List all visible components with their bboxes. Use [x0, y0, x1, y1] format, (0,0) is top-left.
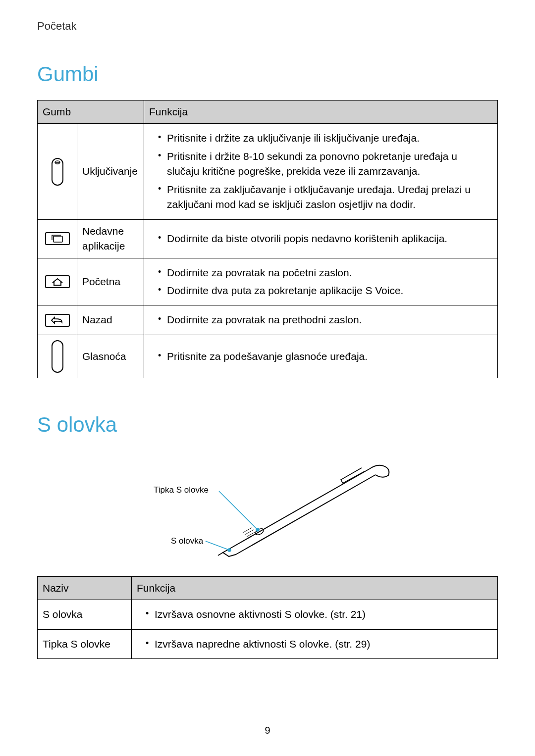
list-item: Pritisnite za zaključavanje i otključava…: [158, 182, 492, 212]
list-item: Pritisnite za podešavanje glasnoće uređa…: [158, 349, 492, 364]
th-funkcija2: Funkcija: [132, 576, 498, 600]
svg-line-9: [236, 475, 375, 554]
row-label: Početna: [77, 258, 144, 305]
section-header: Početak: [37, 20, 498, 33]
table-solovka: Naziv Funkcija S olovka Izvršava osnovne…: [37, 576, 498, 659]
th-gumb: Gumb: [38, 101, 144, 124]
table-row: Nedavne aplikacije Dodirnite da biste ot…: [38, 219, 498, 258]
list-item: Dodirnite da biste otvorili popis nedavn…: [158, 231, 492, 246]
th-naziv: Naziv: [38, 576, 132, 600]
svg-point-18: [228, 549, 231, 552]
page-number: 9: [0, 725, 535, 736]
svg-rect-6: [46, 314, 69, 326]
icon-cell: [38, 219, 77, 258]
svg-line-8: [230, 469, 370, 549]
row-func: Izvršava napredne aktivnosti S olovke. (…: [132, 629, 498, 658]
table-row: Glasnoća Pritisnite za podešavanje glasn…: [38, 335, 498, 378]
heading-solovka: S olovka: [37, 413, 498, 437]
table-row: Uključivanje Pritisnite i držite za uklj…: [38, 124, 498, 219]
row-label: Glasnoća: [77, 335, 144, 378]
power-button-icon: [51, 157, 64, 187]
svg-rect-4: [54, 236, 62, 242]
row-func: Dodirnite da biste otvorili popis nedavn…: [144, 219, 498, 258]
svg-line-10: [218, 553, 223, 555]
svg-rect-7: [52, 341, 63, 372]
list-item: Izvršava napredne aktivnosti S olovke. (…: [146, 637, 492, 652]
table-row: Početna Dodirnite za povratak na početni…: [38, 258, 498, 305]
svg-rect-5: [46, 276, 69, 288]
list-item: Dodirnite za povratak na prethodni zaslo…: [158, 312, 492, 327]
home-icon: [45, 275, 70, 289]
table-gumbi: Gumb Funkcija Uključivanje Pritisnite i …: [37, 100, 498, 378]
row-func: Pritisnite i držite za uključivanje ili …: [144, 124, 498, 219]
svg-point-16: [256, 528, 259, 531]
svg-line-12: [243, 528, 252, 533]
s-pen-diagram: Tipka S olovke S olovka: [94, 451, 441, 564]
icon-cell: [38, 124, 77, 219]
diagram-label-button: Tipka S olovke: [154, 485, 209, 495]
svg-line-13: [245, 530, 254, 535]
th-funkcija: Funkcija: [144, 101, 498, 124]
list-item: Dodirnite za povratak na početni zaslon.: [158, 265, 492, 280]
row-name: Tipka S olovke: [38, 629, 132, 658]
row-func: Pritisnite za podešavanje glasnoće uređa…: [144, 335, 498, 378]
svg-line-17: [206, 541, 229, 550]
icon-cell: [38, 305, 77, 335]
list-item: Dodirnite dva puta za pokretanje aplikac…: [158, 283, 492, 298]
svg-line-15: [219, 491, 258, 530]
table-row: Tipka S olovke Izvršava napredne aktivno…: [38, 629, 498, 658]
row-func: Dodirnite za povratak na početni zaslon.…: [144, 258, 498, 305]
s-pen-svg: [94, 451, 441, 564]
list-item: Pritisnite i držite za uključivanje ili …: [158, 131, 492, 146]
recent-apps-icon: [45, 232, 70, 246]
row-func: Izvršava osnovne aktivnosti S olovke. (s…: [132, 600, 498, 629]
back-icon: [45, 313, 70, 327]
icon-cell: [38, 258, 77, 305]
table-row: S olovka Izvršava osnovne aktivnosti S o…: [38, 600, 498, 629]
diagram-label-pen: S olovka: [171, 536, 203, 546]
list-item: Pritisnite i držite 8-10 sekundi za pono…: [158, 149, 492, 179]
svg-rect-3: [46, 233, 69, 245]
row-func: Dodirnite za povratak na prethodni zaslo…: [144, 305, 498, 335]
icon-cell: [38, 335, 77, 378]
row-label: Nazad: [77, 305, 144, 335]
list-item: Izvršava osnovne aktivnosti S olovke. (s…: [146, 607, 492, 622]
row-name: S olovka: [38, 600, 132, 629]
heading-gumbi: Gumbi: [37, 62, 498, 86]
row-label: Uključivanje: [77, 124, 144, 219]
volume-button-icon: [51, 339, 64, 374]
row-label: Nedavne aplikacije: [77, 219, 144, 258]
table-row: Nazad Dodirnite za povratak na prethodni…: [38, 305, 498, 335]
